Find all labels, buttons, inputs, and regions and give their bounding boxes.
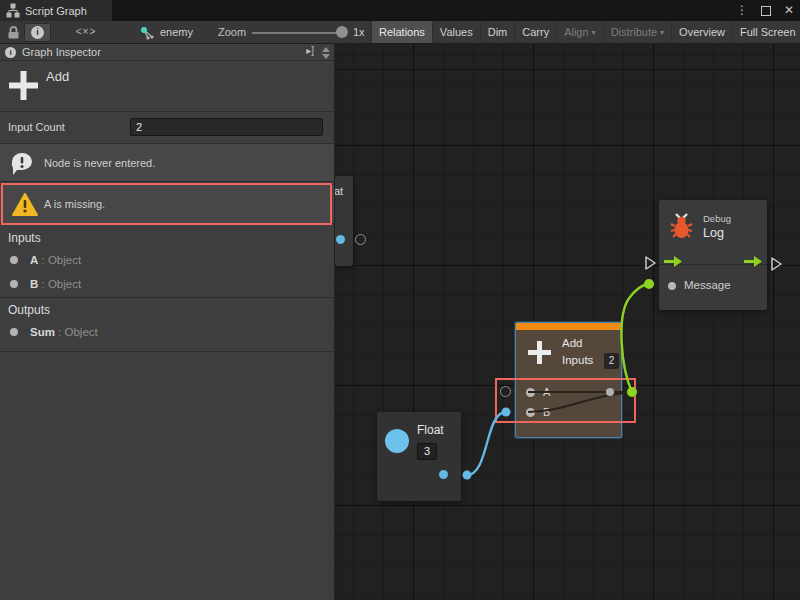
zoom-value: 1x bbox=[353, 21, 365, 43]
warning-message-row: A is missing. bbox=[0, 184, 334, 224]
port-dot-icon bbox=[10, 280, 18, 288]
speech-exclamation-icon bbox=[9, 151, 35, 177]
bug-icon bbox=[667, 211, 696, 240]
toolbar-buttons: Relations Values Dim Carry Align▾ Distri… bbox=[371, 21, 800, 43]
plus-icon bbox=[7, 69, 40, 102]
graph-name-breadcrumb[interactable]: enemy bbox=[160, 21, 193, 43]
tab-title: Script Graph bbox=[25, 5, 87, 17]
dock-panel-icon[interactable]: ▸] bbox=[306, 45, 314, 56]
float-node-title: Float bbox=[417, 423, 444, 437]
inspector-toggle-button[interactable]: i bbox=[24, 23, 51, 42]
message-input-port[interactable] bbox=[668, 282, 676, 290]
lock-icon[interactable] bbox=[7, 26, 20, 39]
maximize-icon[interactable] bbox=[761, 6, 771, 16]
selected-node-header: Add bbox=[0, 61, 334, 112]
inputs-title: Inputs bbox=[8, 231, 41, 245]
node-warning-colorbar bbox=[516, 323, 621, 330]
flow-input-arrow-icon[interactable] bbox=[664, 256, 682, 267]
zoom-label: Zoom bbox=[218, 21, 246, 43]
flow-triangle-icon bbox=[770, 256, 783, 272]
debug-node-title-line2: Log bbox=[703, 226, 724, 240]
input-port-row-b: B : Object bbox=[0, 272, 334, 296]
flow-triangle-icon bbox=[644, 255, 657, 271]
chevron-down-icon: ▾ bbox=[660, 28, 664, 37]
full-screen-button[interactable]: Full Screen bbox=[732, 21, 800, 43]
input-count-field[interactable] bbox=[130, 118, 323, 136]
message-port-label: Message bbox=[684, 279, 731, 291]
empty-port-ring-icon bbox=[355, 234, 366, 245]
debug-log-node[interactable]: Debug Log Message bbox=[659, 200, 767, 310]
debug-node-title-line1: Debug bbox=[703, 213, 731, 224]
distribute-dropdown[interactable]: Distribute▾ bbox=[603, 21, 671, 43]
inspector-title: Graph Inspector bbox=[22, 46, 101, 58]
code-preview-button[interactable]: <×> bbox=[66, 21, 106, 43]
window-controls: ⋮ ✕ bbox=[736, 0, 794, 21]
port-dot-icon bbox=[10, 328, 18, 336]
outputs-section: Outputs Sum : Object bbox=[0, 298, 334, 352]
add-node-title-line1: Add bbox=[562, 337, 582, 349]
selected-node-title: Add bbox=[46, 69, 69, 84]
float-output-port[interactable] bbox=[439, 470, 448, 479]
inspector-header: i Graph Inspector ▸] bbox=[0, 44, 334, 61]
plus-icon bbox=[526, 339, 553, 366]
overview-button[interactable]: Overview bbox=[671, 21, 732, 43]
outputs-title: Outputs bbox=[8, 303, 50, 317]
warning-message-text: A is missing. bbox=[44, 185, 105, 223]
inputs-section: Inputs A : Object B : Object bbox=[0, 225, 334, 298]
float-type-icon bbox=[385, 429, 409, 453]
scroll-down-icon[interactable] bbox=[322, 54, 330, 59]
input-count-label: Input Count bbox=[8, 112, 65, 142]
graph-toolbar: i <×> enemy Zoom 1x Relations Values Dim… bbox=[0, 21, 800, 44]
align-dropdown[interactable]: Align▾ bbox=[556, 21, 602, 43]
hidden-node-port[interactable] bbox=[336, 235, 345, 244]
info-message-text: Node is never entered. bbox=[44, 144, 155, 181]
input-port-row-a: A : Object bbox=[0, 248, 334, 272]
hidden-node-title: at bbox=[335, 185, 343, 197]
tab-script-graph[interactable]: Script Graph bbox=[0, 0, 112, 21]
add-node-title-line2: Inputs bbox=[562, 354, 593, 366]
output-port-row-sum: Sum : Object bbox=[0, 320, 334, 344]
info-icon: i bbox=[5, 47, 16, 58]
input-count-badge: 2 bbox=[604, 353, 619, 369]
relations-button[interactable]: Relations bbox=[371, 21, 432, 43]
edge-endpoint bbox=[644, 279, 654, 289]
missing-port-highlight-border bbox=[495, 378, 636, 423]
warning-triangle-icon bbox=[12, 193, 38, 217]
zoom-slider-handle[interactable] bbox=[336, 26, 348, 38]
info-message-row: Node is never entered. bbox=[0, 143, 334, 182]
float-node[interactable]: Float 3 bbox=[377, 412, 461, 501]
chevron-down-icon: ▾ bbox=[592, 28, 596, 37]
close-icon[interactable]: ✕ bbox=[784, 0, 794, 21]
values-button[interactable]: Values bbox=[432, 21, 480, 43]
graph-hierarchy-icon bbox=[6, 3, 20, 18]
graph-breadcrumb-icon bbox=[140, 26, 155, 40]
carry-button[interactable]: Carry bbox=[514, 21, 556, 43]
scroll-up-icon[interactable] bbox=[322, 47, 330, 52]
window-tab-bar: Script Graph ⋮ ✕ bbox=[0, 0, 800, 21]
input-count-row: Input Count bbox=[0, 112, 334, 143]
graph-inspector-panel: i Graph Inspector ▸] Add Input Count Nod… bbox=[0, 44, 335, 600]
value-edge-add-to-debug[interactable] bbox=[621, 284, 648, 392]
graph-canvas[interactable]: at Float 3 Add Inputs 2 A B Debug L bbox=[335, 44, 800, 600]
info-icon: i bbox=[31, 26, 44, 39]
float-value-field[interactable]: 3 bbox=[417, 443, 437, 460]
edge-endpoint bbox=[463, 471, 472, 480]
window-menu-icon[interactable]: ⋮ bbox=[736, 0, 748, 21]
port-dot-icon bbox=[10, 256, 18, 264]
flow-output-arrow-icon[interactable] bbox=[744, 256, 762, 267]
partially-hidden-node[interactable]: at bbox=[335, 176, 353, 266]
dim-button[interactable]: Dim bbox=[480, 21, 515, 43]
zoom-slider-track[interactable] bbox=[252, 32, 342, 34]
